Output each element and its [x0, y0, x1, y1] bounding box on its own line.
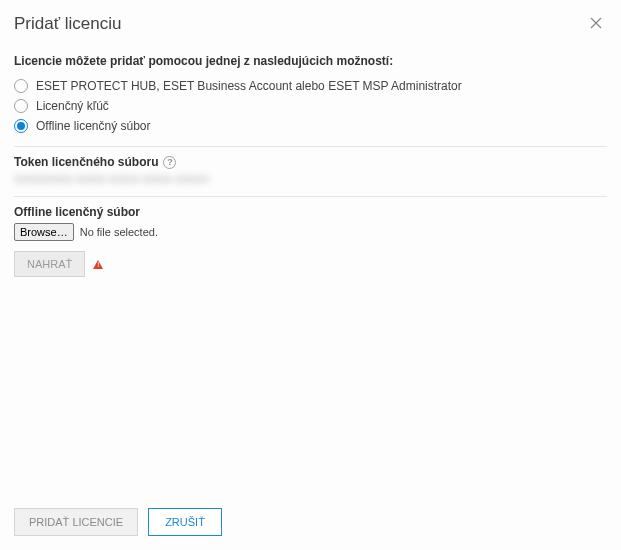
token-title-text: Token licenčného súboru — [14, 155, 158, 169]
radio-icon — [14, 79, 28, 93]
upload-button[interactable]: Nahrať — [14, 251, 85, 277]
divider — [14, 196, 607, 197]
add-license-dialog: Pridať licenciu Licencie môžete pridať p… — [0, 0, 621, 550]
token-section-title: Token licenčného súboru ? — [14, 155, 607, 169]
file-title-text: Offline licenčný súbor — [14, 205, 140, 219]
file-section-title: Offline licenčný súbor — [14, 205, 607, 219]
file-picker-row: Browse… No file selected. — [14, 223, 607, 241]
dialog-body: Licencie môžete pridať pomocou jednej z … — [0, 42, 621, 498]
radio-icon — [14, 99, 28, 113]
option-label: Licenčný kľúč — [36, 99, 109, 113]
option-hub-account[interactable]: ESET PROTECT HUB, ESET Business Account … — [14, 76, 607, 96]
token-value-obscured: XXXXXXXX-XXXX-XXXX-XXXX-XXXXXXXXXXXX — [14, 173, 209, 186]
dialog-footer: Pridať licencie Zrušiť — [0, 498, 621, 550]
radio-icon — [14, 119, 28, 133]
option-license-key[interactable]: Licenčný kľúč — [14, 96, 607, 116]
cancel-button[interactable]: Zrušiť — [148, 508, 222, 536]
upload-row: Nahrať — [14, 251, 607, 277]
help-icon[interactable]: ? — [163, 156, 176, 169]
option-label: Offline licenčný súbor — [36, 119, 151, 133]
option-label: ESET PROTECT HUB, ESET Business Account … — [36, 79, 462, 93]
divider — [14, 146, 607, 147]
file-status-text: No file selected. — [80, 226, 158, 238]
warning-icon — [93, 260, 103, 269]
browse-button[interactable]: Browse… — [14, 223, 74, 241]
option-offline-file[interactable]: Offline licenčný súbor — [14, 116, 607, 136]
dialog-header: Pridať licenciu — [0, 0, 621, 42]
close-icon — [589, 16, 603, 30]
instruction-text: Licencie môžete pridať pomocou jednej z … — [14, 54, 607, 68]
add-licenses-button[interactable]: Pridať licencie — [14, 508, 138, 536]
close-button[interactable] — [587, 14, 605, 32]
dialog-title: Pridať licenciu — [14, 14, 121, 34]
